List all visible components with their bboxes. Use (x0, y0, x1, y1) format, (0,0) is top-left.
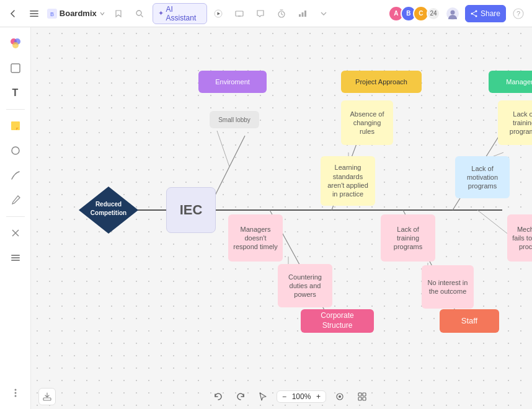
svg-line-6 (141, 15, 143, 17)
canvas[interactable]: Reduced Competition IEC Enviroment Proje… (31, 27, 532, 409)
back-button[interactable] (5, 5, 21, 22)
svg-point-15 (450, 10, 454, 14)
zoom-control[interactable]: − 100% + (277, 390, 326, 403)
svg-rect-31 (11, 255, 20, 256)
topbar: B Boardmix ✦ AI Assistant (0, 0, 532, 27)
iec-node[interactable]: IEC (166, 187, 216, 233)
svg-point-25 (12, 42, 19, 48)
sidebar-item-list[interactable] (4, 247, 27, 269)
expand-icon[interactable] (315, 5, 332, 22)
chart-icon[interactable] (294, 5, 311, 22)
sidebar-item-more[interactable] (4, 382, 27, 404)
layout-button[interactable] (353, 388, 371, 405)
node-project-approach[interactable]: Project Approach (341, 71, 422, 93)
svg-rect-60 (358, 393, 361, 396)
topbar-right: A B C 24 Share ? (335, 5, 527, 22)
node-learning-standards[interactable]: Learning standards aren't applied in pra… (321, 156, 375, 206)
sidebar-item-frame[interactable] (4, 57, 27, 79)
svg-point-35 (14, 392, 16, 394)
play-icon[interactable] (210, 5, 227, 22)
share-screen-icon[interactable] (231, 5, 248, 22)
help-icon[interactable]: ? (510, 5, 527, 22)
svg-rect-33 (11, 260, 20, 261)
main-layout: T (0, 27, 532, 409)
svg-point-59 (339, 395, 341, 398)
bottom-left (38, 388, 56, 405)
sidebar-item-draw[interactable] (4, 189, 27, 211)
redo-button[interactable] (232, 388, 249, 405)
bookmark-icon[interactable] (110, 5, 126, 22)
avatar-group: A B C 24 (388, 6, 440, 22)
sidebar-item-text[interactable]: T (4, 82, 27, 104)
main-node[interactable]: Reduced Competition (78, 185, 140, 235)
sidebar-item-shape[interactable] (4, 139, 27, 162)
svg-rect-1 (30, 13, 38, 14)
node-mechanism[interactable]: Mechanism fails to support processes (507, 214, 532, 262)
node-countering[interactable]: Countering duties and powers (278, 264, 332, 307)
svg-rect-63 (363, 397, 366, 400)
svg-point-28 (12, 147, 19, 154)
svg-text:Reduced: Reduced (95, 201, 122, 208)
menu-button[interactable] (26, 5, 42, 22)
svg-line-19 (472, 11, 476, 14)
bottom-center: − 100% + (210, 388, 371, 405)
zoom-in-button[interactable]: + (315, 392, 322, 401)
cursor-icon[interactable] (254, 388, 272, 405)
bottom-bar: − 100% + (31, 384, 532, 409)
node-corporate-structure[interactable]: Corporate Structure (301, 309, 374, 333)
zoom-level: 100% (290, 392, 313, 401)
svg-line-20 (472, 14, 476, 16)
svg-point-36 (14, 395, 16, 397)
svg-text:?: ? (516, 10, 520, 17)
sidebar: T (0, 27, 31, 409)
node-manager[interactable]: Manager (489, 71, 532, 93)
node-lack-motivation[interactable]: Lack of motivation programs (455, 156, 510, 198)
sidebar-item-sticky[interactable] (4, 115, 27, 137)
topbar-left: B Boardmix ✦ AI Assistant (5, 3, 207, 24)
node-environment[interactable]: Enviroment (198, 71, 267, 93)
svg-text:B: B (50, 11, 54, 17)
ai-assistant-button[interactable]: ✦ AI Assistant (153, 3, 207, 24)
svg-rect-32 (11, 257, 20, 258)
comment-icon[interactable] (252, 5, 269, 22)
node-managers-respond[interactable]: Managers doesn't respond timely (228, 214, 283, 262)
svg-rect-61 (363, 393, 366, 396)
svg-rect-11 (299, 14, 301, 17)
sidebar-divider-2 (6, 216, 25, 217)
undo-button[interactable] (210, 388, 227, 405)
share-button[interactable]: Share (465, 5, 506, 22)
zoom-out-button[interactable]: − (281, 392, 288, 401)
sidebar-item-cross[interactable] (4, 222, 27, 244)
node-absence[interactable]: Absence of changing rules (341, 100, 393, 145)
node-small-lobby[interactable]: Small lobby (210, 111, 259, 128)
svg-rect-27 (11, 121, 20, 130)
avatar-count: 24 (427, 7, 440, 20)
svg-rect-62 (358, 397, 361, 400)
svg-rect-13 (304, 11, 306, 17)
svg-rect-26 (11, 64, 20, 73)
node-no-interest[interactable]: No interest in the outcome (422, 265, 474, 309)
ai-label: AI Assistant (166, 5, 202, 22)
sidebar-item-color[interactable] (4, 32, 27, 55)
svg-rect-12 (301, 12, 303, 17)
svg-line-40 (217, 131, 229, 167)
svg-rect-9 (236, 11, 243, 16)
topbar-center (210, 5, 332, 22)
node-lack-training-mid[interactable]: Lack of training programs (381, 214, 435, 262)
svg-point-5 (136, 11, 141, 15)
svg-rect-57 (43, 398, 51, 400)
sidebar-divider-1 (6, 109, 25, 110)
app-title: Boardmix (60, 9, 97, 18)
user-icon[interactable] (444, 5, 461, 22)
node-staff[interactable]: Staff (440, 309, 499, 333)
svg-rect-0 (30, 11, 38, 12)
svg-point-34 (14, 389, 16, 391)
node-lack-training-top[interactable]: Lack of training programs (498, 100, 532, 145)
export-icon[interactable] (38, 388, 56, 405)
sidebar-item-pen[interactable] (4, 164, 27, 187)
search-icon[interactable] (131, 5, 148, 22)
timer-icon[interactable] (273, 5, 290, 22)
fit-screen-button[interactable] (331, 388, 348, 405)
svg-rect-2 (30, 15, 38, 17)
logo-area[interactable]: B Boardmix (47, 9, 105, 19)
